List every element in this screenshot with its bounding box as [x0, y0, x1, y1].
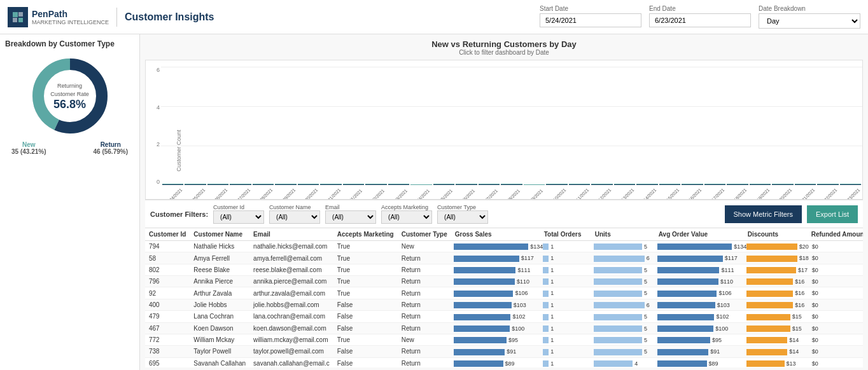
- bar-group[interactable]: [636, 67, 657, 185]
- logo-text-area: PenPath MARKETING INTELLIGENCE: [32, 9, 109, 25]
- cell-marketing: False: [333, 311, 398, 322]
- bar-date-label: 6/9/2021: [528, 188, 543, 200]
- bar-group[interactable]: [817, 67, 838, 185]
- cell-name: Amya Ferrell: [190, 252, 249, 264]
- cell-orders: 1: [540, 276, 591, 287]
- bar-group[interactable]: [659, 67, 680, 185]
- table-row: 772William Mckaywilliam.mckay@email.comT…: [145, 334, 863, 345]
- cell-name: Koen Dawson: [190, 322, 249, 334]
- filter-customer-type: Customer Type (All): [437, 204, 488, 224]
- bar-group[interactable]: [569, 67, 590, 185]
- separator: [116, 8, 117, 27]
- bar-group[interactable]: [591, 67, 612, 185]
- bar-group[interactable]: [298, 67, 319, 185]
- cell-ref: $0: [808, 322, 863, 334]
- bar-date-label: 6/18/2021: [731, 188, 748, 200]
- bar-group[interactable]: [524, 67, 545, 185]
- cell-email: lana.cochran@email.com: [249, 311, 333, 322]
- end-date-input[interactable]: [649, 13, 751, 27]
- chart-subtitle: Click to filter dashboard by Date: [145, 49, 863, 56]
- th-gross: Gross Sales: [451, 228, 540, 241]
- cell-gross: $103: [451, 299, 540, 310]
- bar-group[interactable]: [343, 67, 364, 185]
- cell-id: 400: [145, 299, 190, 310]
- filter-email-select[interactable]: (All): [325, 210, 376, 224]
- cell-gross: $100: [451, 322, 540, 334]
- cell-units: 4: [591, 357, 655, 367]
- bar-date-label: 5/29/2021: [279, 188, 296, 200]
- cell-email: koen.dawson@email.com: [249, 322, 333, 334]
- bar-group[interactable]: [456, 67, 477, 185]
- filter-label: Customer Filters:: [150, 210, 208, 218]
- cell-marketing: False: [333, 299, 398, 310]
- end-date-label: End Date: [649, 5, 751, 12]
- chart-title: New vs Returning Customers by Day: [145, 39, 863, 49]
- legend-return-label: Return: [94, 141, 128, 148]
- bar-date-label: 6/15/2021: [662, 188, 680, 200]
- th-ref: Refunded Amount: [808, 228, 863, 241]
- bar-date-label: 6/3/2021: [393, 188, 408, 200]
- legend-new-label: New: [11, 141, 46, 148]
- legend-new: New 35 (43.21%): [11, 141, 46, 155]
- logo-area: PenPath MARKETING INTELLIGENCE Customer …: [8, 7, 214, 27]
- cell-gross: $111: [451, 264, 540, 275]
- bar-group[interactable]: [320, 67, 341, 185]
- filter-marketing: Accepts Marketing (All): [381, 204, 432, 224]
- cell-id: 738: [145, 346, 190, 357]
- bar-group[interactable]: [840, 67, 861, 185]
- export-list-button[interactable]: Export List: [807, 205, 858, 223]
- filter-marketing-select[interactable]: (All): [381, 210, 432, 224]
- bar-group[interactable]: [682, 67, 703, 185]
- donut-legend: New 35 (43.21%) Return 46 (56.79%): [5, 141, 134, 155]
- cell-id: 695: [145, 357, 190, 367]
- bar-group[interactable]: [546, 67, 567, 185]
- th-name: Customer Name: [190, 228, 249, 241]
- cell-email: amya.ferrell@email.com: [249, 252, 333, 264]
- start-date-field: Start Date: [540, 5, 641, 29]
- bar-group[interactable]: [479, 67, 500, 185]
- bar-group[interactable]: [185, 67, 206, 185]
- date-breakdown-select[interactable]: Day Week Month: [759, 13, 860, 29]
- bar-group[interactable]: [207, 67, 228, 185]
- bar-group[interactable]: [501, 67, 522, 185]
- bar-group[interactable]: [365, 67, 386, 185]
- bar-group[interactable]: [433, 67, 454, 185]
- show-metric-button[interactable]: Show Metric Filters: [725, 205, 802, 223]
- y-label-4: 4: [157, 104, 160, 111]
- bar-group[interactable]: [704, 67, 725, 185]
- table-row: 400Jolie Hobbsjolie.hobbs@email.comFalse…: [145, 299, 863, 310]
- cell-orders: 1: [540, 287, 591, 299]
- cell-orders: 1: [540, 322, 591, 334]
- bar-group[interactable]: [750, 67, 771, 185]
- donut-chart[interactable]: Returning Customer Rate 56.8%: [29, 55, 111, 137]
- chart-area[interactable]: 6 4 2 0 5/24/20215/25/20215/26/20215/27/…: [145, 60, 863, 200]
- filter-customer-type-select[interactable]: (All): [437, 210, 488, 224]
- bar-group[interactable]: [230, 67, 251, 185]
- cell-ref: $0: [808, 241, 863, 252]
- cell-orders: 1: [540, 357, 591, 367]
- bar-group[interactable]: [388, 67, 409, 185]
- bar-group[interactable]: [614, 67, 635, 185]
- svg-rect-3: [18, 18, 23, 22]
- table-row: 695Savanah Callahansavanah.callahan@emai…: [145, 357, 863, 367]
- cell-disc: $14: [744, 334, 808, 345]
- cell-name: Arthur Zavala: [190, 287, 249, 299]
- bar-group[interactable]: [410, 67, 431, 185]
- bar-group[interactable]: [727, 67, 748, 185]
- bar-group[interactable]: [772, 67, 793, 185]
- date-breakdown-label: Date Breakdown: [759, 5, 860, 12]
- cell-orders: 1: [540, 346, 591, 357]
- cell-disc: $16: [744, 299, 808, 310]
- bar-group[interactable]: [795, 67, 816, 185]
- th-avg: Avg Order Value: [655, 228, 744, 241]
- bar-group[interactable]: [253, 67, 274, 185]
- th-marketing: Accepts Marketing: [333, 228, 398, 241]
- start-date-input[interactable]: [540, 13, 641, 27]
- filter-customer-name: Customer Name (All): [269, 204, 320, 224]
- bar-date-label: 5/30/2021: [302, 188, 319, 200]
- bar-group[interactable]: [275, 67, 296, 185]
- filter-customer-name-select[interactable]: (All): [269, 210, 320, 224]
- filter-customer-id-select[interactable]: (All): [213, 210, 264, 224]
- cell-type: Return: [398, 287, 451, 299]
- cell-type: Return: [398, 252, 451, 264]
